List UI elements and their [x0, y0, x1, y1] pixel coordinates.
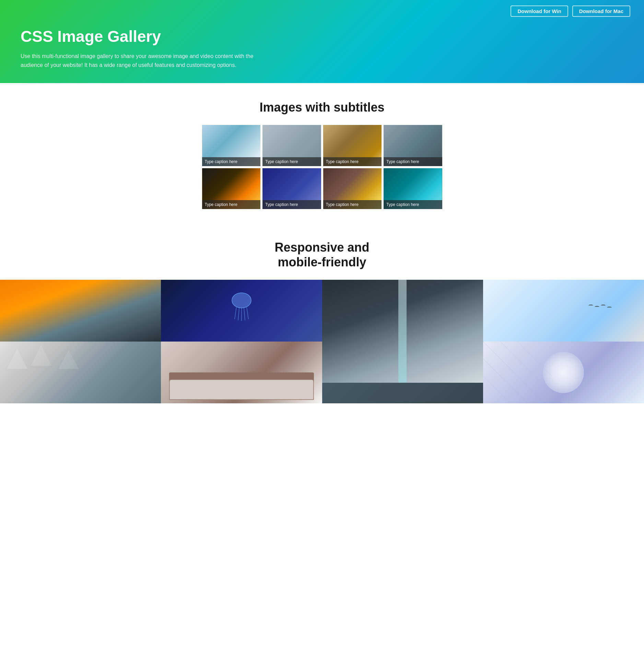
mosaic-waterfall[interactable]	[322, 280, 483, 403]
snowy-forest-icon	[0, 342, 161, 403]
page-header: Download for Win Download for Mac CSS Im…	[0, 0, 644, 83]
birds-icon	[588, 304, 612, 309]
mosaic-gallery	[0, 280, 644, 403]
mosaic-jellyfish[interactable]	[161, 280, 322, 342]
gallery-grid: Type caption here Type caption here Type…	[202, 125, 442, 209]
gallery-caption-1: Type caption here	[202, 157, 261, 166]
section-responsive: Responsive andmobile-friendly	[0, 223, 644, 269]
header-content: CSS Image Gallery Use this multi-functio…	[14, 27, 254, 69]
gallery-caption-5: Type caption here	[202, 200, 261, 209]
mosaic-bedroom[interactable]	[161, 342, 322, 403]
svg-point-0	[232, 293, 251, 308]
bedroom-bed	[169, 379, 314, 400]
responsive-heading: Responsive andmobile-friendly	[7, 240, 637, 269]
mosaic-city-sunset[interactable]	[0, 280, 161, 342]
svg-line-5	[247, 307, 248, 319]
gallery-caption-7: Type caption here	[323, 200, 382, 209]
page-title: CSS Image Gallery	[21, 27, 254, 46]
jellyfish-icon	[230, 290, 254, 321]
svg-marker-8	[58, 350, 79, 369]
svg-line-4	[244, 308, 245, 320]
waterfall-rock	[322, 383, 483, 403]
svg-line-13	[483, 376, 517, 403]
gallery-item-5[interactable]: Type caption here	[202, 168, 261, 209]
gallery-caption-8: Type caption here	[384, 200, 442, 209]
mosaic-snowy-forest[interactable]	[0, 342, 161, 403]
section-subtitles: Images with subtitles Type caption here …	[0, 83, 644, 223]
gallery-caption-6: Type caption here	[262, 200, 321, 209]
svg-line-1	[235, 307, 236, 319]
gallery-item-7[interactable]: Type caption here	[323, 168, 382, 209]
download-win-button[interactable]: Download for Win	[511, 5, 568, 17]
gallery-item-4[interactable]: Type caption here	[384, 125, 442, 166]
gallery-caption-4: Type caption here	[384, 157, 442, 166]
svg-marker-7	[31, 345, 51, 366]
svg-line-11	[483, 359, 535, 403]
header-description: Use this multi-functional image gallery …	[21, 52, 254, 69]
download-mac-button[interactable]: Download for Mac	[572, 5, 630, 17]
gallery-item-3[interactable]: Type caption here	[323, 125, 382, 166]
subtitles-heading: Images with subtitles	[7, 100, 637, 115]
svg-line-12	[517, 342, 552, 376]
gallery-item-2[interactable]: Type caption here	[262, 125, 321, 166]
gallery-item-1[interactable]: Type caption here	[202, 125, 261, 166]
svg-line-9	[483, 342, 552, 403]
dome-grid-icon	[483, 342, 644, 403]
gallery-item-8[interactable]: Type caption here	[384, 168, 442, 209]
gallery-item-6[interactable]: Type caption here	[262, 168, 321, 209]
header-nav: Download for Win Download for Mac	[14, 5, 630, 17]
svg-line-2	[238, 308, 239, 320]
svg-line-10	[500, 342, 552, 393]
mosaic-birds-sky[interactable]	[483, 280, 644, 342]
gallery-caption-2: Type caption here	[262, 157, 321, 166]
gallery-caption-3: Type caption here	[323, 157, 382, 166]
svg-marker-6	[7, 348, 27, 369]
mosaic-dome[interactable]	[483, 342, 644, 403]
